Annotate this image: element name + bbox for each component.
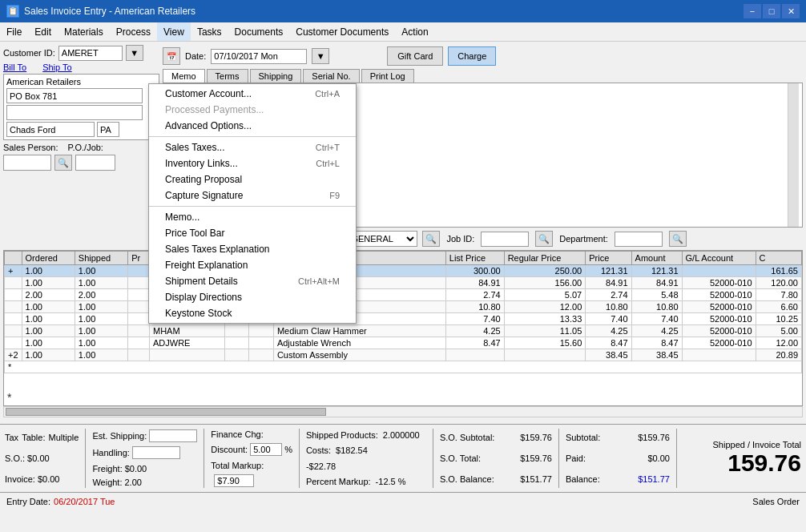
total-markup-label: Total Markup: [211,461,264,470]
tab-shipping[interactable]: Shipping [250,69,302,83]
menu-sales-taxes[interactable]: Sales Taxes... Ctrl+T [149,139,356,155]
ship-to-label[interactable]: Ship To [42,62,72,72]
bill-to-label[interactable]: Bill To [3,62,26,72]
table-row[interactable]: +1.001.00TOOL...r & complete set300.0025… [5,265,802,277]
menu-memo[interactable]: Memo... [149,209,356,225]
customer-lookup-button[interactable]: ▼ [126,45,143,61]
scrollbar-thumb[interactable] [6,408,326,416]
menu-display-directions[interactable]: Display Directions [149,289,356,305]
menu-documents[interactable]: Documents [228,22,290,41]
close-button[interactable]: ✕ [782,4,800,18]
new-row-indicator: * [7,391,11,404]
menu-freight-explanation[interactable]: Freight Explanation [149,257,356,273]
table-cell: 120.00 [756,277,801,289]
menu-creating-proposal[interactable]: Creating Proposal [149,171,356,187]
menu-customer-account[interactable]: Customer Account... Ctrl+A [149,86,356,102]
menu-advanced-options[interactable]: Advanced Options... [149,118,356,134]
table-cell: 84.91 [445,277,504,289]
tab-terms[interactable]: Terms [207,69,248,83]
table-row[interactable]: +21.001.00Custom Assembly38.4538.4520.89 [5,349,802,361]
invoice-table-wrapper[interactable]: Ordered Shipped Pr Item Description List… [3,250,803,406]
table-row[interactable]: 1.001.00TBM/...x84.91156.0084.9184.91520… [5,277,802,289]
menu-process[interactable]: Process [110,22,157,41]
menu-view[interactable]: View [157,22,191,41]
window-controls: − □ ✕ [744,4,800,18]
table-row[interactable]: 1.001.00ADJWREAdjustable Wrench8.4715.60… [5,337,802,349]
balance-value: $151.77 [638,474,670,484]
date-input[interactable] [211,49,307,64]
col-list-price[interactable]: List Price [445,252,504,265]
minimize-button[interactable]: − [744,4,761,18]
menu-action[interactable]: Action [395,22,434,41]
col-shipped[interactable]: Shipped [75,252,127,265]
table-cell: 10.80 [445,301,504,313]
table-row[interactable]: 1.001.00MHAMMedium Claw Hammer4.2511.054… [5,325,802,337]
col-amount[interactable]: Amount [631,252,682,265]
finance-chg-label: Finance Chg: [211,429,263,439]
col-gl-account[interactable]: G/L Account [682,252,756,265]
top-section: Customer ID: ▼ Bill To Ship To American … [0,42,806,250]
discount-input[interactable] [250,443,282,456]
address1-input[interactable] [6,88,143,103]
table-cell [682,265,756,277]
menu-keystone-stock[interactable]: Keystone Stock [149,305,356,321]
job-id-input[interactable] [481,232,529,247]
menu-edit[interactable]: Edit [28,22,58,41]
tax-table: Table: [22,433,45,442]
po-input[interactable] [75,155,115,171]
city-input[interactable] [6,122,95,137]
date-label: Date: [185,51,206,61]
table-new-row[interactable]: * [5,361,802,373]
menu-processed-payments: Processed Payments... [149,102,356,118]
job-id-lookup-button[interactable]: 🔍 [535,231,553,247]
col-ordered[interactable]: Ordered [22,252,75,265]
so-balance-value: $151.77 [520,474,552,484]
col-price[interactable]: Price [586,252,631,265]
invoice-table: Ordered Shipped Pr Item Description List… [4,251,802,373]
sales-person-lookup-button[interactable]: 🔍 [54,155,72,171]
separator3 [299,429,300,488]
menu-file[interactable]: File [0,22,28,41]
menu-tasks[interactable]: Tasks [191,22,228,41]
department-input[interactable] [615,232,663,247]
table-row[interactable]: 2.002.00PHIS...wdriver2.745.072.745.4852… [5,289,802,301]
table-cell [225,337,249,349]
address2-input[interactable] [6,105,143,120]
est-shipping-input[interactable] [149,429,197,442]
table-row[interactable]: 1.001.00NEEF...Needle Nose Pliers10.8012… [5,301,802,313]
table-cell: + [5,265,22,277]
separator-2 [149,206,356,207]
table-row[interactable]: 1.001.00LEVEL32.002.003' Level7.4013.337… [5,313,802,325]
col-regular-price[interactable]: Regular Price [504,252,586,265]
gift-card-button[interactable]: Gift Card [387,46,443,66]
handling-input[interactable] [132,446,180,459]
maximize-button[interactable]: □ [763,4,780,18]
tab-memo[interactable]: Memo [163,69,205,83]
menu-capture-signature[interactable]: Capture Signature F9 [149,187,356,204]
charge-button[interactable]: Charge [448,46,496,66]
table-cell [5,289,22,301]
menu-inventory-links[interactable]: Inventory Links... Ctrl+L [149,155,356,171]
sales-person-input[interactable] [3,155,51,171]
state-input[interactable] [97,122,119,137]
customer-id-input[interactable] [58,46,123,61]
menu-shipment-details[interactable]: Shipment Details Ctrl+Alt+M [149,273,356,289]
menu-price-tool-bar[interactable]: Price Tool Bar [149,225,356,241]
table-cell: 5.07 [504,289,586,301]
table-cell: 52000-010 [682,301,756,313]
department-lookup-button[interactable]: 🔍 [669,231,687,247]
menu-sales-taxes-explanation[interactable]: Sales Taxes Explanation [149,241,356,257]
col-c[interactable]: C [756,252,801,265]
col-pr[interactable]: Pr [128,252,150,265]
tab-print-log[interactable]: Print Log [361,69,414,83]
warehouse-lookup-button[interactable]: 🔍 [422,231,440,247]
calendar-icon[interactable]: 📅 [163,47,180,65]
tab-serial-no[interactable]: Serial No. [303,69,359,83]
date-picker-button[interactable]: ▼ [312,48,329,64]
menu-materials[interactable]: Materials [58,22,110,41]
finance-chg-input[interactable] [214,474,254,487]
totals-col5: S.O. Subtotal: $159.76 S.O. Total: $159.… [440,427,552,490]
scrollbar-track[interactable] [788,83,799,227]
horizontal-scrollbar[interactable] [3,406,803,417]
menu-customer-documents[interactable]: Customer Documents [289,22,395,41]
